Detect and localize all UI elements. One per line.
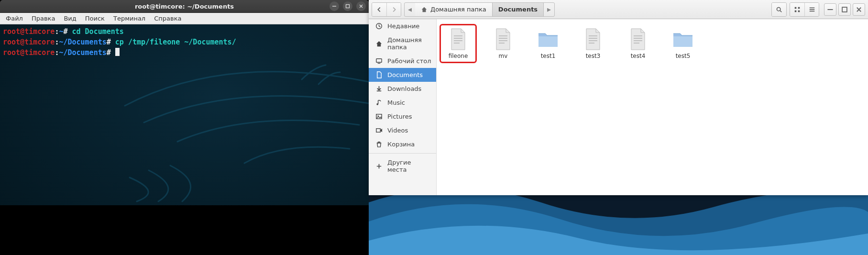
file-item-mv[interactable]: mv xyxy=(486,26,520,61)
svg-rect-27 xyxy=(634,40,642,41)
desktop-icon xyxy=(375,57,383,65)
file-item-test4[interactable]: test4 xyxy=(621,26,655,61)
svg-rect-24 xyxy=(589,43,594,44)
file-item-test3[interactable]: test3 xyxy=(576,26,610,61)
search-button[interactable] xyxy=(772,3,786,16)
fm-minimize-button[interactable] xyxy=(824,3,836,16)
file-grid[interactable]: fileonemvtest1test3test4test5 xyxy=(437,19,868,195)
desktop: ◂ Домашняя папка Documents ▸ xyxy=(369,0,868,255)
sidebar: НедавниеДомашняя папкаРабочий столDocume… xyxy=(369,19,437,195)
svg-rect-15 xyxy=(454,43,460,44)
sidebar-item-недавние[interactable]: Недавние xyxy=(369,19,436,33)
sidebar-item-label: Videos xyxy=(387,127,408,134)
doc-icon xyxy=(375,71,383,78)
menu-terminal[interactable]: Терминал xyxy=(110,14,149,23)
sidebar-item-videos[interactable]: Videos xyxy=(369,123,436,137)
trash-icon xyxy=(375,141,383,148)
download-icon xyxy=(375,85,383,92)
sidebar-item-label: Music xyxy=(387,99,405,106)
svg-rect-14 xyxy=(454,40,462,41)
menu-edit[interactable]: Правка xyxy=(28,14,59,23)
menu-search[interactable]: Поиск xyxy=(81,14,109,23)
icon-view-button[interactable] xyxy=(790,3,804,16)
terminal-line: root@timcore:~# cd Documents xyxy=(3,26,366,37)
file-manager-toolbar: ◂ Домашняя папка Documents ▸ xyxy=(369,0,868,19)
file-manager-window: ◂ Домашняя папка Documents ▸ xyxy=(369,0,868,195)
svg-rect-7 xyxy=(809,7,814,8)
svg-rect-1 xyxy=(346,5,350,8)
file-label: test5 xyxy=(676,53,691,59)
terminal-titlebar[interactable]: root@timcore: ~/Documents xyxy=(0,0,369,13)
svg-rect-18 xyxy=(499,40,507,41)
terminal-line: root@timcore:~/Documents# xyxy=(3,47,366,58)
file-item-fileone[interactable]: fileone xyxy=(441,26,475,61)
file-item-test1[interactable]: test1 xyxy=(531,26,565,61)
sidebar-item-корзина[interactable]: Корзина xyxy=(369,137,436,151)
fm-close-button[interactable] xyxy=(853,3,865,16)
file-label: fileone xyxy=(449,53,468,59)
sidebar-item-label: Другие места xyxy=(387,159,431,173)
sidebar-item-pictures[interactable]: Pictures xyxy=(369,110,436,123)
svg-rect-26 xyxy=(634,38,642,39)
home-icon xyxy=(421,6,428,13)
sidebar-item-label: Downloads xyxy=(387,85,421,92)
svg-rect-6 xyxy=(798,10,800,12)
breadcrumb: ◂ Домашняя папка Documents ▸ xyxy=(404,2,555,17)
sidebar-item-music[interactable]: Music xyxy=(369,96,436,110)
svg-rect-28 xyxy=(634,43,639,44)
document-icon xyxy=(492,28,515,51)
terminal-title: root@timcore: ~/Documents xyxy=(135,3,234,10)
minimize-button[interactable] xyxy=(330,1,339,11)
close-button[interactable] xyxy=(356,1,366,11)
svg-rect-23 xyxy=(589,40,597,41)
svg-rect-25 xyxy=(634,35,642,36)
breadcrumb-right-icon[interactable]: ▸ xyxy=(544,5,554,14)
terminal-line: root@timcore:~/Documents# cp /tmp/fileon… xyxy=(3,37,366,47)
svg-rect-13 xyxy=(454,38,462,39)
file-label: test1 xyxy=(541,53,556,59)
sidebar-item-домашняя-папка[interactable]: Домашняя папка xyxy=(369,33,436,54)
folder-icon xyxy=(537,28,560,51)
clock-icon xyxy=(375,22,383,30)
sidebar-item-documents[interactable]: Documents xyxy=(369,68,436,82)
file-label: test3 xyxy=(586,53,601,59)
music-icon xyxy=(375,99,383,106)
video-icon xyxy=(375,127,383,134)
file-item-test5[interactable]: test5 xyxy=(666,26,700,61)
sidebar-item-other-places[interactable]: Другие места xyxy=(369,155,436,177)
sidebar-item-label: Pictures xyxy=(387,113,412,120)
sidebar-item-label: Недавние xyxy=(387,22,419,30)
svg-rect-19 xyxy=(499,43,505,44)
list-view-button[interactable] xyxy=(804,3,819,16)
breadcrumb-left-icon[interactable]: ◂ xyxy=(405,5,415,14)
svg-point-2 xyxy=(777,7,780,11)
menu-view[interactable]: Вид xyxy=(60,14,80,23)
sidebar-item-downloads[interactable]: Downloads xyxy=(369,82,436,96)
svg-rect-22 xyxy=(589,38,597,39)
file-label: test4 xyxy=(631,53,646,59)
back-button[interactable] xyxy=(372,3,386,16)
file-label: mv xyxy=(499,53,508,59)
sidebar-item-label: Домашняя папка xyxy=(387,36,431,51)
svg-rect-21 xyxy=(589,35,597,36)
breadcrumb-home[interactable]: Домашняя папка xyxy=(415,3,492,16)
svg-rect-16 xyxy=(499,35,507,36)
folder-icon xyxy=(671,28,694,51)
svg-rect-11 xyxy=(842,7,847,12)
maximize-button[interactable] xyxy=(343,1,352,11)
svg-rect-12 xyxy=(454,35,462,36)
menu-file[interactable]: Файл xyxy=(2,14,27,23)
breadcrumb-home-label: Домашняя папка xyxy=(430,6,486,13)
menu-help[interactable]: Справка xyxy=(150,14,185,23)
fm-maximize-button[interactable] xyxy=(838,3,851,16)
kali-dragon-icon xyxy=(101,39,369,205)
terminal-body[interactable]: root@timcore:~# cd Documentsroot@timcore… xyxy=(0,24,369,205)
document-icon xyxy=(447,28,470,51)
breadcrumb-current[interactable]: Documents xyxy=(492,3,544,16)
svg-rect-17 xyxy=(499,38,507,39)
breadcrumb-current-label: Documents xyxy=(498,6,538,13)
sidebar-item-рабочий-стол[interactable]: Рабочий стол xyxy=(369,54,436,68)
sidebar-item-label: Рабочий стол xyxy=(387,57,431,65)
forward-button[interactable] xyxy=(386,3,401,16)
document-icon xyxy=(582,28,604,51)
